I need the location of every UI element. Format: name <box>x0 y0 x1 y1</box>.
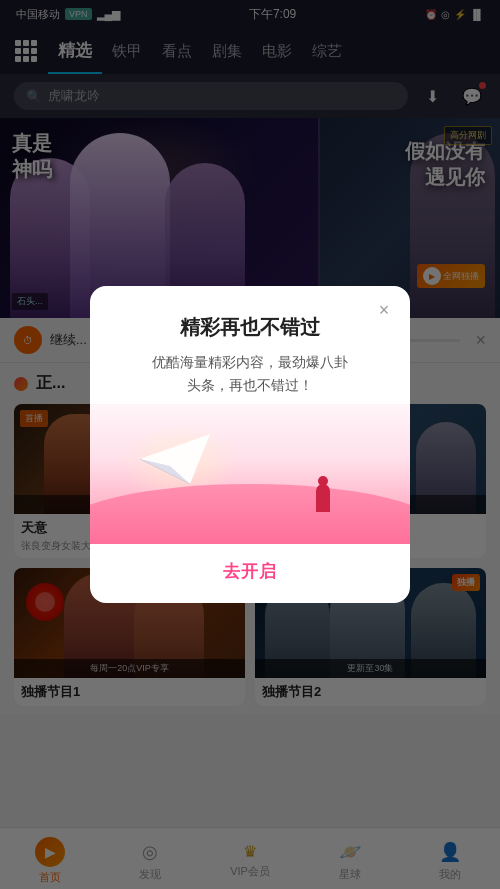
modal-overlay[interactable]: × 精彩再也不错过 优酷海量精彩内容，最劲爆八卦头条，再也不错过！ <box>0 0 500 889</box>
modal-title: 精彩再也不错过 <box>114 314 386 341</box>
small-person-figure <box>316 484 330 512</box>
modal-illustration <box>90 404 410 544</box>
modal-desc: 优酷海量精彩内容，最劲爆八卦头条，再也不错过！ <box>114 351 386 396</box>
modal-enable-button[interactable]: 去开启 <box>223 560 277 583</box>
modal-cta-area: 去开启 <box>90 544 410 603</box>
modal-close-button[interactable]: × <box>372 298 396 322</box>
planet-surface <box>90 484 410 544</box>
paper-plane-icon <box>140 434 210 484</box>
notification-modal: × 精彩再也不错过 优酷海量精彩内容，最劲爆八卦头条，再也不错过！ <box>90 286 410 603</box>
modal-body: 精彩再也不错过 优酷海量精彩内容，最劲爆八卦头条，再也不错过！ <box>90 286 410 396</box>
